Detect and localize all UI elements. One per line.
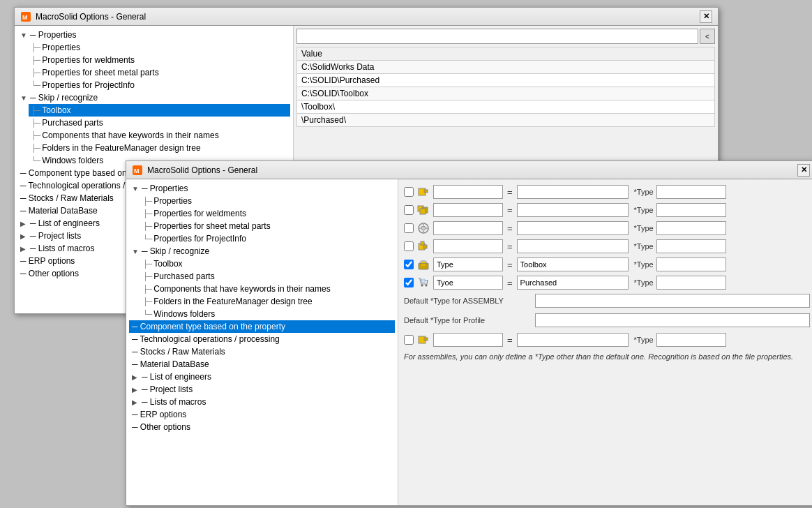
input-left-row4[interactable] xyxy=(433,239,503,253)
default-profile-input[interactable] xyxy=(535,313,810,327)
tree-item-keywords[interactable]: ├─ Components that have keywords in thei… xyxy=(29,129,290,142)
tree2-engineers[interactable]: ▶ ─ List of engineers xyxy=(129,371,395,383)
svg-text:M: M xyxy=(134,167,140,174)
tree2-purchased-parts[interactable]: ├─ Purchased parts xyxy=(140,270,395,283)
tree-item-properties-projectinfo[interactable]: └─ Properties for ProjectInfo xyxy=(29,79,290,91)
app-icon-1: M xyxy=(20,11,31,22)
input-type-row6[interactable] xyxy=(656,276,726,290)
tree-item-properties-weldments[interactable]: ├─ Properties for weldments xyxy=(29,54,290,66)
nav-back-button[interactable]: < xyxy=(700,29,715,44)
tree2-project-lists[interactable]: ▶ ─ Project lists xyxy=(129,383,395,396)
checkbox-row-extra[interactable] xyxy=(404,335,414,345)
svg-point-24 xyxy=(426,285,428,287)
input-right-row3[interactable] xyxy=(517,221,629,235)
tree-item-skip-root[interactable]: ▼ ─ Skip / recognize xyxy=(17,91,290,104)
window-title-1: MacroSolid Options - General xyxy=(36,12,696,22)
tree2-component-type[interactable]: ─ Component type based on the property xyxy=(129,320,395,333)
svg-text:M: M xyxy=(22,14,28,21)
tree2-windows-folders[interactable]: └─ Windows folders xyxy=(140,308,395,320)
input-right-row1[interactable] xyxy=(517,185,629,199)
input-type-row5[interactable] xyxy=(656,257,726,271)
tree-item-toolbox[interactable]: ├─ Toolbox xyxy=(29,104,290,117)
input-left-extra[interactable] xyxy=(433,333,503,347)
tree2-properties[interactable]: ├─ Properties xyxy=(140,195,395,207)
prop-row-6: = *Type xyxy=(404,276,810,290)
table-row: C:\SolidWorks Data xyxy=(297,61,715,74)
titlebar-1: M MacroSolid Options - General ✕ xyxy=(15,8,718,26)
input-left-row2[interactable] xyxy=(433,203,503,217)
tree-item-purchased[interactable]: ├─ Purchased parts xyxy=(29,117,290,129)
tree2-projectinfo[interactable]: └─ Properties for ProjectInfo xyxy=(140,232,395,245)
input-right-row6[interactable] xyxy=(517,276,629,290)
checkbox-row3[interactable] xyxy=(404,223,414,233)
checkbox-row4[interactable] xyxy=(404,241,414,251)
footer-note: For assemblies, you can only define a *T… xyxy=(404,352,810,361)
checkbox-row5[interactable] xyxy=(404,260,414,269)
input-left-row3[interactable] xyxy=(433,221,503,235)
input-right-row4[interactable] xyxy=(517,239,629,253)
tree2-material-db[interactable]: ─ Material DataBase xyxy=(129,358,395,371)
value-table: Value C:\SolidWorks Data C:\SOLID\Purcha… xyxy=(296,47,715,127)
svg-rect-22 xyxy=(421,264,426,266)
input-type-row4[interactable] xyxy=(656,239,726,253)
checkbox-row2[interactable] xyxy=(404,205,414,215)
icon-part-row1 xyxy=(416,185,430,199)
input-right-row5[interactable] xyxy=(517,257,629,271)
svg-rect-13 xyxy=(418,227,421,229)
svg-rect-27 xyxy=(424,338,428,341)
svg-rect-21 xyxy=(422,262,425,263)
tree2-keywords[interactable]: ├─ Components that have keywords in thei… xyxy=(140,283,395,295)
tree-panel-2: ▼ ─ Properties ├─ Properties ├─ Properti… xyxy=(126,179,398,505)
tree2-tech-ops[interactable]: ─ Technological operations / processing xyxy=(129,333,395,345)
tree2-toolbox[interactable]: ├─ Toolbox xyxy=(140,257,395,270)
icon-part-row3 xyxy=(416,221,430,235)
input-type-row3[interactable] xyxy=(656,221,726,235)
path-input[interactable] xyxy=(296,29,698,44)
prop-row-2: = *Type xyxy=(404,203,810,217)
default-assembly-row: Default *Type for ASSEMBLY xyxy=(404,294,810,308)
tree2-fm-folders[interactable]: ├─ Folders in the FeatureManager design … xyxy=(140,295,395,308)
input-left-row5[interactable] xyxy=(433,257,503,271)
prop-row-5: = *Type xyxy=(404,257,810,271)
right-panel-2: = *Type = *Type xyxy=(398,179,812,505)
input-type-row1[interactable] xyxy=(656,185,726,199)
icon-part-row4 xyxy=(416,239,430,253)
tree2-macros[interactable]: ▶ ─ Lists of macros xyxy=(129,396,395,408)
window-title-2: MacroSolid Options - General xyxy=(147,165,793,175)
checkbox-row1[interactable] xyxy=(404,187,414,197)
tree2-erp[interactable]: ─ ERP options xyxy=(129,408,395,421)
svg-rect-12 xyxy=(423,231,424,234)
input-left-row1[interactable] xyxy=(433,185,503,199)
default-profile-row: Default *Type for Profile xyxy=(404,313,810,327)
tree2-properties-root[interactable]: ▼ ─ Properties xyxy=(129,182,395,195)
titlebar-2: M MacroSolid Options - General ✕ xyxy=(126,161,812,179)
tree2-stocks[interactable]: ─ Stocks / Raw Materials xyxy=(129,345,395,358)
tree-item-properties-root[interactable]: ▼ ─ Properties xyxy=(17,29,290,41)
prop-row-3: = *Type xyxy=(404,221,810,235)
tree-item-properties-sheetmetal[interactable]: ├─ Properties for sheet metal parts xyxy=(29,66,290,79)
tree2-weldments[interactable]: ├─ Properties for weldments xyxy=(140,207,395,220)
tree2-sheetmetal[interactable]: ├─ Properties for sheet metal parts xyxy=(140,220,395,232)
svg-rect-14 xyxy=(426,227,429,229)
input-right-row2[interactable] xyxy=(517,203,629,217)
icon-cart-row6 xyxy=(416,276,430,290)
table-row: C:\SOLID\Toolbox xyxy=(297,87,715,100)
close-button-2[interactable]: ✕ xyxy=(797,164,810,177)
input-type-row2[interactable] xyxy=(656,203,726,217)
app-icon-2: M xyxy=(132,165,143,176)
svg-rect-11 xyxy=(423,223,424,225)
input-right-extra[interactable] xyxy=(517,333,629,347)
tree2-skip-root[interactable]: ▼ ─ Skip / recognize xyxy=(129,245,395,257)
svg-point-23 xyxy=(421,285,423,287)
icon-part-extra xyxy=(416,333,430,347)
close-button-1[interactable]: ✕ xyxy=(700,10,712,23)
tree-item-properties[interactable]: ├─ Properties xyxy=(29,41,290,54)
input-left-row6[interactable] xyxy=(433,276,503,290)
icon-toolbox-row5 xyxy=(416,257,430,271)
prop-row-extra: = *Type xyxy=(404,333,810,347)
tree2-other[interactable]: ─ Other options xyxy=(129,421,395,433)
input-type-extra[interactable] xyxy=(656,333,726,347)
checkbox-row6[interactable] xyxy=(404,278,414,287)
default-assembly-input[interactable] xyxy=(535,294,810,308)
tree-item-folders[interactable]: ├─ Folders in the FeatureManager design … xyxy=(29,142,290,154)
